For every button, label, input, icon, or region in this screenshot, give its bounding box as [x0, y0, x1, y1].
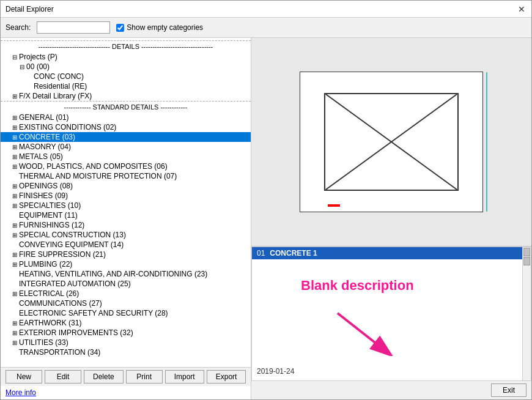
expand-integrated — [10, 281, 19, 287]
tree-item-utilities[interactable]: ⊞ UTILITIES (33) — [1, 338, 251, 347]
tree-item-concrete[interactable]: ⊞ CONCRETE (03) — [1, 132, 251, 142]
expand-fire[interactable]: ⊞ — [10, 251, 19, 258]
tree-item-thermal[interactable]: THERMAL AND MOISTURE PROTECTION (07) — [1, 171, 251, 181]
expand-metals[interactable]: ⊞ — [10, 154, 19, 160]
tree-label-wood: WOOD, PLASTICS, AND COMPOSITES (06) — [19, 162, 168, 171]
expand-utilities[interactable]: ⊞ — [10, 339, 19, 346]
tree-item-furnishings[interactable]: ⊞ FURNISHINGS (12) — [1, 220, 251, 230]
tree-item-general[interactable]: ⊞ GENERAL (01) — [1, 113, 251, 122]
expand-fx[interactable]: ⊞ — [10, 93, 19, 100]
tree-item-fire[interactable]: ⊞ FIRE SUPPRESSION (21) — [1, 250, 251, 259]
new-button[interactable]: New — [6, 370, 42, 383]
tree-item-00[interactable]: ⊟ 00 (00) — [1, 62, 251, 72]
tree-label-fire: FIRE SUPPRESSION (21) — [19, 250, 106, 259]
tree-item-finishes[interactable]: ⊞ FINISHES (09) — [1, 191, 251, 201]
tree-item-existing[interactable]: ⊞ EXISTING CONDITIONS (02) — [1, 122, 251, 132]
tree-item-exterior[interactable]: ⊞ EXTERIOR IMPROVEMENTS (32) — [1, 328, 251, 338]
print-button[interactable]: Print — [126, 370, 163, 383]
tree-label-conveying: CONVEYING EQUIPMENT (14) — [19, 240, 124, 249]
close-button[interactable]: ✕ — [517, 4, 526, 14]
show-empty-checkbox[interactable] — [116, 24, 124, 32]
tree-label-finishes: FINISHES (09) — [19, 191, 68, 200]
expand-specialties[interactable]: ⊞ — [10, 202, 19, 209]
tree-label-plumbing: PLUMBING (22) — [19, 260, 72, 269]
delete-button[interactable]: Delete — [84, 370, 124, 383]
export-button[interactable]: Export — [207, 370, 246, 383]
preview-wrapper — [300, 72, 483, 212]
tree-label-thermal: THERMAL AND MOISTURE PROTECTION (07) — [19, 172, 177, 180]
detail-date: 2019-01-24 — [257, 367, 294, 376]
tree-item-communications[interactable]: COMMUNICATIONS (27) — [1, 298, 251, 308]
more-info-link[interactable]: More info — [6, 388, 36, 397]
detail-scrollbar[interactable] — [522, 247, 531, 380]
expand-projects[interactable]: ⊟ — [10, 54, 19, 61]
tree-item-equipment[interactable]: EQUIPMENT (11) — [1, 210, 251, 220]
expand-finishes[interactable]: ⊞ — [10, 193, 19, 199]
tree-label-fx: F/X Detail Library (FX) — [19, 92, 92, 100]
tree-label-concrete: CONCRETE (03) — [19, 133, 75, 141]
expand-openings[interactable]: ⊞ — [10, 183, 19, 190]
expand-earthwork[interactable]: ⊞ — [10, 320, 19, 327]
expand-general[interactable]: ⊞ — [10, 114, 19, 121]
tree-label-electronic: ELECTRONIC SAFETY AND SECURITY (28) — [19, 309, 168, 317]
tree-item-metals[interactable]: ⊞ METALS (05) — [1, 152, 251, 161]
svg-line-3 — [338, 313, 380, 347]
tree-item-conc[interactable]: CONC (CONC) — [1, 72, 251, 81]
expand-exterior[interactable]: ⊞ — [10, 330, 19, 336]
tree-item-electrical[interactable]: ⊞ ELECTRICAL (26) — [1, 289, 251, 298]
import-button[interactable]: Import — [165, 370, 204, 383]
expand-residential — [25, 83, 34, 90]
tree-item-electronic[interactable]: ELECTRONIC SAFETY AND SECURITY (28) — [1, 308, 251, 318]
search-input[interactable] — [37, 21, 110, 34]
tree-item-wood[interactable]: ⊞ WOOD, PLASTICS, AND COMPOSITES (06) — [1, 161, 251, 171]
left-panel: -------------------------------- DETAILS… — [1, 38, 251, 399]
tree-container[interactable]: -------------------------------- DETAILS… — [1, 38, 251, 367]
tree-label-specialties: SPECIALTIES (10) — [19, 201, 81, 210]
expand-wood[interactable]: ⊞ — [10, 163, 19, 170]
tree-item-earthwork[interactable]: ⊞ EARTHWORK (31) — [1, 318, 251, 328]
expand-existing[interactable]: ⊞ — [10, 124, 19, 131]
expand-masonry[interactable]: ⊞ — [10, 144, 19, 150]
tree-label-communications: COMMUNICATIONS (27) — [19, 299, 102, 308]
tree-item-specialties[interactable]: ⊞ SPECIALTIES (10) — [1, 201, 251, 210]
expand-furnishings[interactable]: ⊞ — [10, 222, 19, 229]
tree-item-masonry[interactable]: ⊞ MASONRY (04) — [1, 142, 251, 152]
tree-item-openings[interactable]: ⊞ OPENINGS (08) — [1, 181, 251, 191]
arrow-icon — [331, 307, 405, 356]
expand-conveying — [10, 242, 19, 248]
show-empty-label: Show empty categories — [127, 23, 203, 32]
detail-header: 01 CONCRETE 1 — [252, 247, 531, 259]
tree-item-projects[interactable]: ⊟ Projects (P) — [1, 52, 251, 62]
expand-concrete[interactable]: ⊞ — [10, 134, 19, 141]
tree-item-hvac[interactable]: HEATING, VENTILATING, AND AIR-CONDITIONI… — [1, 269, 251, 279]
tree-item-integrated[interactable]: INTEGRATED AUTOMATION (25) — [1, 279, 251, 289]
preview-frame — [300, 72, 483, 212]
tree-label-projects: Projects (P) — [19, 53, 57, 61]
exit-button[interactable]: Exit — [491, 383, 526, 397]
expand-plumbing[interactable]: ⊞ — [10, 261, 19, 268]
toolbar: Search: Show empty categories — [1, 18, 531, 38]
tree-item-plumbing[interactable]: ⊞ PLUMBING (22) — [1, 259, 251, 269]
action-bar: New Edit Delete Print Import Export — [1, 367, 251, 386]
edit-button[interactable]: Edit — [45, 370, 81, 383]
tree-label-metals: METALS (05) — [19, 152, 63, 161]
expand-00[interactable]: ⊟ — [18, 64, 26, 70]
tree-item-residential[interactable]: Residential (RE) — [1, 81, 251, 91]
search-label: Search: — [6, 23, 31, 32]
expand-electrical[interactable]: ⊞ — [10, 291, 19, 297]
tree-label-residential: Residential (RE) — [34, 82, 87, 91]
expand-transportation — [10, 349, 19, 356]
expand-equipment — [10, 212, 19, 219]
tree-item-fx[interactable]: ⊞ F/X Detail Library (FX) — [1, 91, 251, 101]
tree-label-00: 00 (00) — [26, 62, 50, 71]
tree-item-conveying[interactable]: CONVEYING EQUIPMENT (14) — [1, 240, 251, 250]
main-window: Detail Explorer ✕ Search: Show empty cat… — [0, 0, 532, 400]
tree-item-special[interactable]: ⊞ SPECIAL CONSTRUCTION (13) — [1, 230, 251, 240]
tree-item-transportation[interactable]: TRANSPORTATION (34) — [1, 347, 251, 357]
preview-area — [251, 38, 531, 246]
details-divider: -------------------------------- DETAILS… — [1, 40, 251, 52]
expand-hvac — [10, 271, 19, 278]
tree-label-transportation: TRANSPORTATION (34) — [19, 348, 100, 357]
expand-special[interactable]: ⊞ — [10, 232, 19, 239]
tree-label-existing: EXISTING CONDITIONS (02) — [19, 123, 116, 131]
